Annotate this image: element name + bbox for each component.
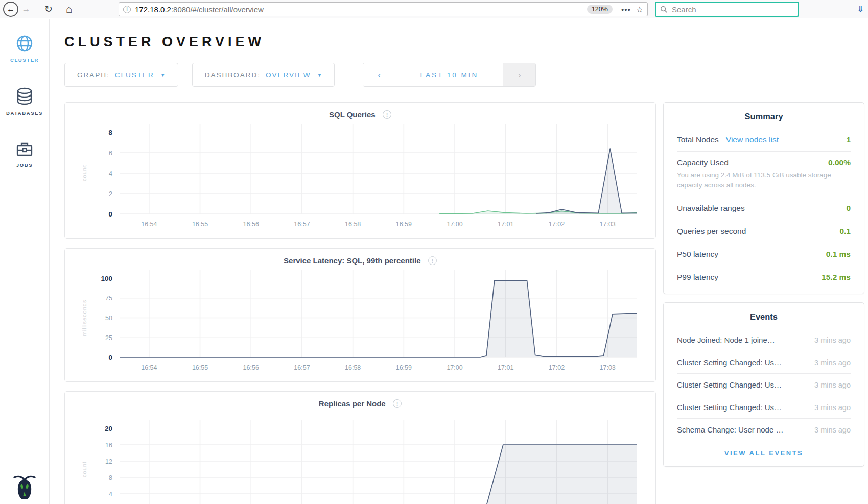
chart-card-sql-queries: SQL Queries ! 8642016:5416:5516:5616:571… xyxy=(64,102,656,239)
total-nodes-label: Total Nodes xyxy=(677,135,719,145)
chevron-left-icon: ‹ xyxy=(378,70,381,80)
summary-row-capacity: Capacity Used 0.00% You are using 2.4 Mi… xyxy=(677,152,851,197)
capacity-label: Capacity Used xyxy=(677,158,729,167)
dashboard-dropdown[interactable]: DASHBOARD: OVERVIEW ▼ xyxy=(192,63,335,87)
summary-row-p99: P99 latency 15.2 ms xyxy=(677,266,851,289)
app-shell: CLUSTER DATABASES JOBS xyxy=(0,19,868,504)
sidebar-item-label: DATABASES xyxy=(6,110,43,116)
p99-latency-label: P99 latency xyxy=(677,273,718,282)
event-time: 3 mins ago xyxy=(814,426,851,434)
url-path: :8080/#/cluster/all/overview xyxy=(171,5,264,14)
event-text: Cluster Setting Changed: Us… xyxy=(677,358,782,367)
page-title: CLUSTER OVERVIEW xyxy=(64,34,868,50)
sql-queries-chart[interactable]: 8642016:5416:5516:5616:5716:5816:5917:00… xyxy=(71,123,649,236)
events-panel: Events Node Joined: Node 1 joine… 3 mins… xyxy=(663,302,864,467)
info-icon[interactable]: ! xyxy=(393,399,402,408)
svg-text:milliseconds: milliseconds xyxy=(81,300,87,337)
controls-row: GRAPH: CLUSTER ▼ DASHBOARD: OVERVIEW ▼ ‹… xyxy=(64,63,868,87)
svg-text:4: 4 xyxy=(109,170,112,177)
event-time: 3 mins ago xyxy=(814,381,851,389)
qps-value: 0.1 xyxy=(839,227,851,236)
service-latency-chart[interactable]: 100755025016:5416:5516:5616:5716:5816:59… xyxy=(71,269,649,379)
replicas-per-node-chart[interactable]: 20161284016:5416:5516:5616:5716:5816:591… xyxy=(71,412,649,504)
svg-text:16:58: 16:58 xyxy=(345,364,361,371)
chart-card-service-latency: Service Latency: SQL, 99th percentile ! … xyxy=(64,248,656,382)
svg-text:16:55: 16:55 xyxy=(192,221,208,228)
info-icon[interactable]: ! xyxy=(383,110,391,119)
database-icon xyxy=(16,87,33,106)
search-input[interactable] xyxy=(672,5,794,14)
time-range-prev-button[interactable]: ‹ xyxy=(363,63,395,86)
bookmark-star-icon[interactable]: ☆ xyxy=(636,5,643,14)
forward-icon: → xyxy=(22,4,31,14)
charts-column: SQL Queries ! 8642016:5416:5516:5616:571… xyxy=(64,102,656,504)
content-row: SQL Queries ! 8642016:5416:5516:5616:571… xyxy=(64,102,868,504)
reload-button[interactable]: ↻ xyxy=(41,2,56,17)
view-all-events-link[interactable]: VIEW ALL EVENTS xyxy=(677,441,851,461)
event-row: Node Joined: Node 1 joine… 3 mins ago xyxy=(677,329,851,351)
svg-text:25: 25 xyxy=(105,334,112,342)
svg-text:16:59: 16:59 xyxy=(396,364,412,371)
svg-text:8: 8 xyxy=(109,474,112,482)
time-range-value[interactable]: LAST 10 MIN xyxy=(395,63,503,86)
svg-text:17:00: 17:00 xyxy=(447,364,462,371)
svg-text:6: 6 xyxy=(109,150,112,157)
site-info-icon[interactable]: i xyxy=(123,6,131,13)
svg-text:16:56: 16:56 xyxy=(243,221,259,228)
time-range-next-button[interactable]: › xyxy=(503,63,535,86)
svg-text:16:55: 16:55 xyxy=(192,364,208,371)
svg-text:8: 8 xyxy=(108,129,112,136)
zoom-level-badge[interactable]: 120% xyxy=(587,5,613,14)
svg-text:0: 0 xyxy=(108,354,112,362)
chart-title: SQL Queries xyxy=(329,110,376,119)
svg-text:75: 75 xyxy=(105,295,112,302)
event-text: Cluster Setting Changed: Us… xyxy=(677,380,782,389)
globe-icon xyxy=(15,34,34,53)
p50-latency-label: P50 latency xyxy=(677,250,718,259)
capacity-note: You are using 2.4 MiB of 113.5 GiB usabl… xyxy=(677,170,851,190)
p50-latency-value: 0.1 ms xyxy=(826,250,851,259)
svg-text:16:57: 16:57 xyxy=(294,364,310,371)
page-actions-icon[interactable]: ••• xyxy=(621,5,631,14)
chevron-down-icon: ▼ xyxy=(160,72,166,78)
search-icon xyxy=(660,6,668,13)
event-text: Schema Change: User node … xyxy=(677,425,783,434)
svg-text:16:56: 16:56 xyxy=(243,364,259,371)
svg-text:16:54: 16:54 xyxy=(141,364,157,371)
cockroachdb-logo xyxy=(11,472,38,501)
svg-text:count: count xyxy=(81,165,87,181)
url-bar[interactable]: i 172.18.0.2:8080/#/cluster/all/overview… xyxy=(119,2,648,16)
sidebar-item-label: CLUSTER xyxy=(10,57,39,63)
reload-icon: ↻ xyxy=(44,3,53,15)
right-column: Summary Total Nodes View nodes list 1 Ca… xyxy=(663,102,864,504)
svg-text:50: 50 xyxy=(105,315,112,322)
sidebar-item-jobs[interactable]: JOBS xyxy=(0,140,49,168)
svg-text:2: 2 xyxy=(109,190,112,198)
info-icon[interactable]: ! xyxy=(428,256,437,265)
svg-text:17:01: 17:01 xyxy=(498,221,513,228)
sidebar-item-cluster[interactable]: CLUSTER xyxy=(0,34,49,63)
chart-title: Service Latency: SQL, 99th percentile xyxy=(284,256,420,265)
summary-row-total-nodes: Total Nodes View nodes list 1 xyxy=(677,129,851,152)
home-button[interactable]: ⌂ xyxy=(61,2,77,17)
url-host: 172.18.0.2 xyxy=(135,5,171,14)
sidebar-item-databases[interactable]: DATABASES xyxy=(0,87,49,116)
chart-title: Replicas per Node xyxy=(319,399,386,408)
main-content: CLUSTER OVERVIEW GRAPH: CLUSTER ▼ DASHBO… xyxy=(50,19,868,504)
summary-row-unavailable: Unavailable ranges 0 xyxy=(677,197,851,220)
forward-button[interactable]: → xyxy=(18,2,34,17)
total-nodes-value: 1 xyxy=(846,135,851,145)
browser-search-box[interactable] xyxy=(655,2,799,17)
download-icon[interactable]: ⇓ xyxy=(857,4,864,14)
svg-text:16:54: 16:54 xyxy=(141,221,157,228)
time-range-selector: ‹ LAST 10 MIN › xyxy=(363,63,536,87)
back-button[interactable]: ← xyxy=(3,2,18,17)
graph-dropdown[interactable]: GRAPH: CLUSTER ▼ xyxy=(64,63,178,87)
view-nodes-list-link[interactable]: View nodes list xyxy=(726,135,779,145)
chevron-down-icon: ▼ xyxy=(317,72,322,78)
dashboard-dropdown-value: OVERVIEW xyxy=(266,71,311,79)
home-icon: ⌂ xyxy=(66,3,73,15)
chart-card-replicas: Replicas per Node ! 20161284016:5416:551… xyxy=(64,391,656,504)
chevron-right-icon: › xyxy=(518,70,521,80)
event-time: 3 mins ago xyxy=(814,403,851,412)
